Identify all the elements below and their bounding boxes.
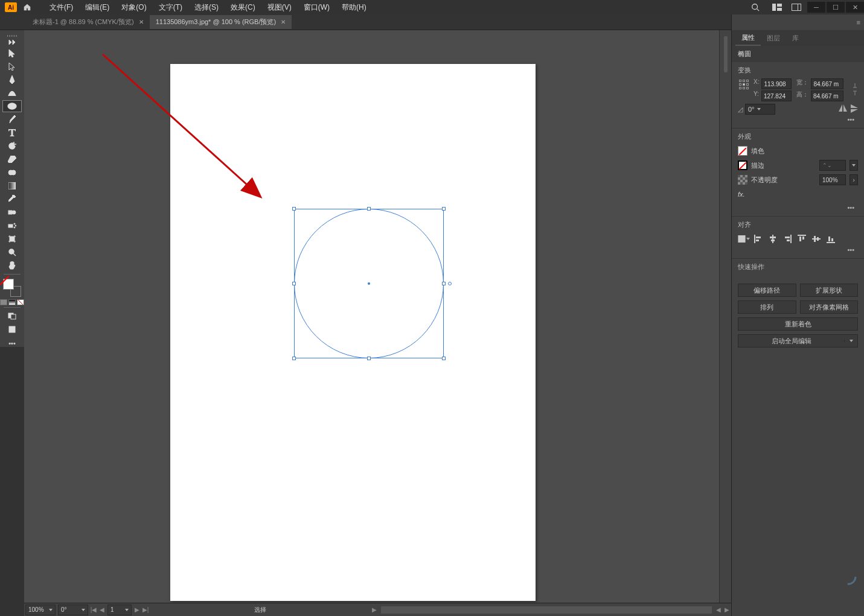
window-maximize[interactable]: ☐ bbox=[827, 2, 845, 13]
tab-doc-1[interactable]: 未标题-1 @ 88.89 % (CMYK/预览) ✕ bbox=[27, 15, 150, 29]
align-to-dropdown[interactable] bbox=[738, 233, 750, 245]
tab-doc-2[interactable]: 11135086ym3.jpg* @ 100 % (RGB/预览) ✕ bbox=[150, 15, 292, 29]
opacity-dropdown[interactable]: › bbox=[850, 174, 858, 185]
align-bottom-icon[interactable] bbox=[825, 233, 837, 245]
arrange-button[interactable]: 排列 bbox=[738, 300, 796, 314]
workspace-switcher-icon[interactable] bbox=[789, 2, 804, 13]
collapsed-panel-handle[interactable] bbox=[724, 36, 728, 72]
artboard-nav-field[interactable]: 1 bbox=[107, 605, 132, 615]
opacity-input[interactable]: 100% bbox=[819, 174, 846, 185]
fill-stroke-swatch[interactable] bbox=[3, 279, 21, 297]
first-artboard-icon[interactable]: |◀ bbox=[89, 605, 98, 615]
handle-nw[interactable] bbox=[292, 207, 296, 211]
fill-swatch[interactable] bbox=[3, 279, 14, 290]
tab-layers[interactable]: 图层 bbox=[761, 31, 786, 45]
window-close[interactable]: ✕ bbox=[846, 2, 864, 13]
chevron-down-icon[interactable] bbox=[844, 340, 857, 342]
color-mode-none[interactable] bbox=[17, 299, 24, 305]
menu-select[interactable]: 选择(S) bbox=[188, 2, 225, 13]
menu-file[interactable]: 文件(F) bbox=[43, 2, 79, 13]
handle-se[interactable] bbox=[442, 357, 446, 360]
hand-tool[interactable] bbox=[2, 259, 22, 271]
scroll-left-icon[interactable]: ◀ bbox=[714, 605, 723, 615]
tab-properties[interactable]: 属性 bbox=[735, 31, 761, 46]
artboard-tool[interactable] bbox=[2, 233, 22, 245]
menu-help[interactable]: 帮助(H) bbox=[336, 2, 373, 13]
curvature-tool[interactable] bbox=[2, 87, 22, 99]
selection-tool[interactable] bbox=[2, 47, 22, 59]
more-options-icon[interactable]: ••• bbox=[738, 203, 858, 212]
rotate-input[interactable]: 0° bbox=[745, 104, 775, 115]
last-artboard-icon[interactable]: ▶| bbox=[141, 605, 150, 615]
menu-effect[interactable]: 效果(C) bbox=[225, 2, 261, 13]
align-right-icon[interactable] bbox=[781, 233, 793, 245]
zoom-tool[interactable] bbox=[2, 246, 22, 258]
align-vcenter-icon[interactable] bbox=[810, 233, 822, 245]
flip-horizontal-icon[interactable] bbox=[839, 104, 847, 114]
close-icon[interactable]: ✕ bbox=[281, 19, 286, 25]
next-artboard-icon[interactable]: ▶ bbox=[133, 605, 141, 615]
paintbrush-tool[interactable] bbox=[2, 113, 22, 125]
ellipse-tool[interactable] bbox=[2, 100, 22, 112]
y-input[interactable] bbox=[761, 90, 792, 101]
align-top-icon[interactable] bbox=[796, 233, 808, 245]
more-options-icon[interactable]: ••• bbox=[738, 115, 858, 124]
stroke-weight-dropdown[interactable] bbox=[850, 160, 858, 171]
scroll-right-icon[interactable]: ▶ bbox=[723, 605, 731, 615]
panel-menu-icon[interactable]: ≡ bbox=[857, 19, 860, 26]
gradient-tool[interactable] bbox=[2, 180, 22, 192]
recolor-button[interactable]: 重新着色 bbox=[738, 317, 858, 331]
handle-n[interactable] bbox=[367, 207, 371, 211]
global-edit-button[interactable]: 启动全局编辑 bbox=[738, 334, 858, 348]
zoom-level-field[interactable]: 100% bbox=[25, 605, 56, 615]
pie-handle[interactable] bbox=[448, 282, 452, 285]
handle-e[interactable] bbox=[442, 282, 446, 285]
menu-view[interactable]: 视图(V) bbox=[261, 2, 298, 13]
toolbar-chevrons-icon[interactable] bbox=[2, 39, 22, 46]
link-wh-icon[interactable] bbox=[852, 82, 858, 98]
rotate-view-field[interactable]: 0° bbox=[58, 605, 88, 615]
rotate-tool[interactable] bbox=[2, 140, 22, 152]
draw-mode-icon[interactable] bbox=[2, 310, 22, 322]
type-tool[interactable] bbox=[2, 127, 22, 139]
align-left-icon[interactable] bbox=[752, 233, 764, 245]
fill-swatch[interactable] bbox=[738, 146, 747, 156]
menu-window[interactable]: 窗口(W) bbox=[298, 2, 336, 13]
tab-libraries[interactable]: 库 bbox=[786, 31, 805, 45]
window-minimize[interactable]: ─ bbox=[807, 2, 825, 13]
color-mode-solid[interactable] bbox=[0, 299, 7, 305]
align-pixel-grid-button[interactable]: 对齐像素网格 bbox=[800, 300, 859, 314]
fx-label[interactable]: fx. bbox=[738, 191, 745, 198]
offset-path-button[interactable]: 偏移路径 bbox=[738, 284, 796, 297]
menu-type[interactable]: 文字(T) bbox=[153, 2, 188, 13]
close-icon[interactable]: ✕ bbox=[139, 19, 144, 25]
home-icon[interactable] bbox=[22, 2, 33, 13]
artboard[interactable] bbox=[170, 64, 536, 601]
menu-edit[interactable]: 编辑(E) bbox=[79, 2, 115, 13]
pen-tool[interactable] bbox=[2, 74, 22, 86]
color-mode-gradient[interactable] bbox=[8, 299, 16, 305]
width-input[interactable] bbox=[811, 78, 843, 89]
eraser-tool[interactable] bbox=[2, 153, 22, 165]
handle-w[interactable] bbox=[292, 282, 296, 285]
flip-vertical-icon[interactable] bbox=[851, 104, 858, 114]
expand-shape-button[interactable]: 扩展形状 bbox=[800, 284, 859, 297]
stroke-swatch[interactable] bbox=[738, 160, 747, 170]
more-options-icon[interactable]: ••• bbox=[738, 245, 858, 255]
canvas-area[interactable] bbox=[24, 30, 731, 603]
reference-point-selector[interactable] bbox=[738, 78, 750, 90]
symbol-sprayer-tool[interactable] bbox=[2, 220, 22, 232]
handle-s[interactable] bbox=[367, 357, 371, 360]
menu-object[interactable]: 对象(O) bbox=[115, 2, 152, 13]
x-input[interactable] bbox=[761, 78, 792, 89]
arrange-documents-icon[interactable] bbox=[770, 2, 784, 13]
edit-toolbar-icon[interactable]: ••• bbox=[8, 340, 16, 347]
handle-sw[interactable] bbox=[292, 357, 296, 360]
height-input[interactable] bbox=[811, 90, 843, 101]
selection-bounding-box[interactable] bbox=[294, 209, 444, 358]
direct-selection-tool[interactable] bbox=[2, 60, 22, 72]
screen-mode-icon[interactable] bbox=[2, 323, 22, 335]
panel-grip[interactable] bbox=[4, 35, 21, 37]
eyedropper-tool[interactable] bbox=[2, 193, 22, 205]
scrollbar-horizontal[interactable] bbox=[381, 606, 712, 614]
